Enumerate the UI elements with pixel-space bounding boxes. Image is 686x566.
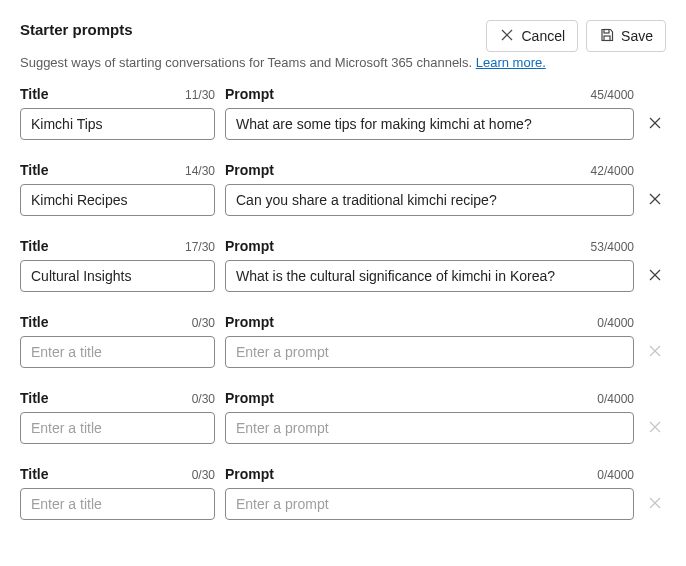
prompt-label-row: Prompt0/4000 [225,314,634,330]
prompt-label: Prompt [225,162,274,178]
prompt-label: Prompt [225,238,274,254]
title-counter: 11/30 [185,88,215,102]
title-label: Title [20,86,49,102]
title-input[interactable] [20,108,215,140]
prompt-column: Prompt0/4000 [225,314,634,368]
title-input[interactable] [20,336,215,368]
title-label-row: Title0/30 [20,314,215,330]
save-label: Save [621,28,653,44]
prompt-label-row: Prompt53/4000 [225,238,634,254]
delete-cell [644,184,666,216]
prompt-row: Title0/30Prompt0/4000 [20,390,666,444]
title-label: Title [20,162,49,178]
header: Starter prompts Cancel Save [20,20,666,52]
prompt-column: Prompt42/4000 [225,162,634,216]
prompt-label-row: Prompt45/4000 [225,86,634,102]
subtitle-text: Suggest ways of starting conversations f… [20,55,476,70]
delete-cell [644,108,666,140]
prompt-label-row: Prompt0/4000 [225,466,634,482]
prompt-label-row: Prompt42/4000 [225,162,634,178]
title-counter: 0/30 [192,392,215,406]
title-label-row: Title14/30 [20,162,215,178]
prompt-counter: 0/4000 [597,468,634,482]
save-icon [599,27,615,46]
prompt-label: Prompt [225,314,274,330]
prompt-counter: 0/4000 [597,392,634,406]
title-column: Title0/30 [20,314,215,368]
prompt-row: Title0/30Prompt0/4000 [20,314,666,368]
learn-more-link[interactable]: Learn more. [476,55,546,70]
svg-rect-2 [604,29,609,33]
svg-rect-3 [604,36,610,41]
title-input[interactable] [20,260,215,292]
prompt-column: Prompt0/4000 [225,466,634,520]
close-icon [647,115,663,134]
prompt-label: Prompt [225,466,274,482]
prompt-label: Prompt [225,390,274,406]
title-counter: 0/30 [192,316,215,330]
close-icon [647,343,663,362]
prompt-column: Prompt45/4000 [225,86,634,140]
title-label: Title [20,238,49,254]
starter-prompts-panel: Starter prompts Cancel Save Suggest ways… [0,0,686,520]
prompt-column: Prompt53/4000 [225,238,634,292]
prompt-row: Title14/30Prompt42/4000 [20,162,666,216]
prompt-input[interactable] [225,260,634,292]
close-icon [647,495,663,514]
prompt-row: Title11/30Prompt45/4000 [20,86,666,140]
delete-row-button[interactable] [644,265,666,287]
close-icon [499,27,515,46]
prompt-input[interactable] [225,412,634,444]
prompt-counter: 42/4000 [591,164,634,178]
delete-cell [644,336,666,368]
title-input[interactable] [20,412,215,444]
title-counter: 14/30 [185,164,215,178]
prompt-column: Prompt0/4000 [225,390,634,444]
prompt-counter: 53/4000 [591,240,634,254]
panel-subtitle: Suggest ways of starting conversations f… [20,54,666,72]
save-button[interactable]: Save [586,20,666,52]
prompt-input[interactable] [225,108,634,140]
prompt-input[interactable] [225,488,634,520]
header-actions: Cancel Save [486,20,666,52]
close-icon [647,419,663,438]
title-input[interactable] [20,488,215,520]
delete-cell [644,412,666,444]
title-label: Title [20,466,49,482]
prompt-input[interactable] [225,184,634,216]
cancel-button[interactable]: Cancel [486,20,578,52]
delete-cell [644,260,666,292]
title-counter: 17/30 [185,240,215,254]
prompt-row: Title0/30Prompt0/4000 [20,466,666,520]
title-label-row: Title0/30 [20,466,215,482]
delete-row-button[interactable] [644,189,666,211]
title-column: Title0/30 [20,390,215,444]
title-input[interactable] [20,184,215,216]
prompt-counter: 0/4000 [597,316,634,330]
prompt-row: Title17/30Prompt53/4000 [20,238,666,292]
close-icon [647,267,663,286]
title-column: Title11/30 [20,86,215,140]
delete-row-button [644,493,666,515]
title-label-row: Title17/30 [20,238,215,254]
cancel-label: Cancel [521,28,565,44]
delete-row-button [644,417,666,439]
delete-row-button[interactable] [644,113,666,135]
title-label-row: Title0/30 [20,390,215,406]
prompt-counter: 45/4000 [591,88,634,102]
title-label-row: Title11/30 [20,86,215,102]
delete-cell [644,488,666,520]
prompt-label: Prompt [225,86,274,102]
close-icon [647,191,663,210]
title-label: Title [20,390,49,406]
title-column: Title17/30 [20,238,215,292]
title-column: Title0/30 [20,466,215,520]
prompt-rows: Title11/30Prompt45/4000Title14/30Prompt4… [20,86,666,520]
prompt-input[interactable] [225,336,634,368]
title-counter: 0/30 [192,468,215,482]
panel-title: Starter prompts [20,20,133,40]
prompt-label-row: Prompt0/4000 [225,390,634,406]
title-label: Title [20,314,49,330]
delete-row-button [644,341,666,363]
title-column: Title14/30 [20,162,215,216]
